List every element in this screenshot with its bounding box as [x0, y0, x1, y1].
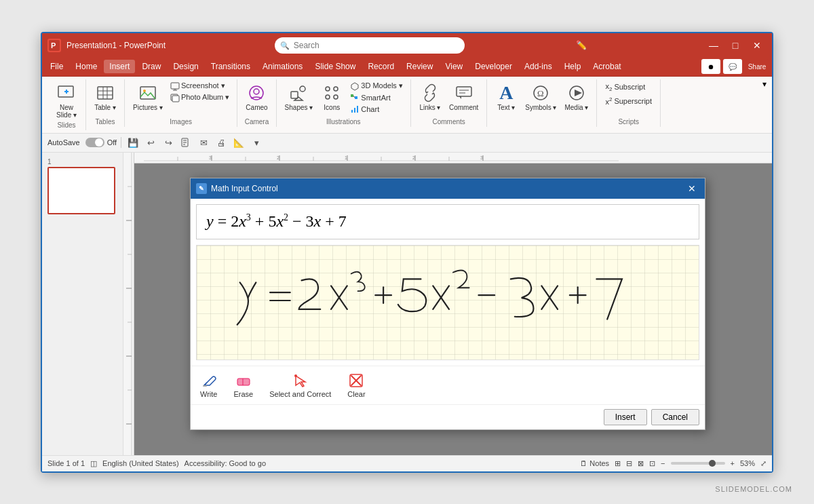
text-button[interactable]: A Text ▾ — [492, 81, 520, 113]
undo-button[interactable]: ↩ — [143, 135, 158, 150]
qa-btn-4[interactable] — [178, 135, 193, 150]
qa-btn-7[interactable]: 📐 — [231, 135, 246, 150]
menu-review[interactable]: Review — [401, 60, 438, 73]
close-button[interactable]: ✕ — [748, 37, 767, 54]
search-container: 🔍 — [275, 37, 465, 54]
menu-transitions[interactable]: Transitions — [206, 60, 256, 73]
ribbon-group-slides: NewSlide ▾ Slides — [47, 79, 86, 130]
slideshow-button[interactable]: ⊡ — [649, 459, 655, 468]
superscript-button[interactable]: x2 Superscript — [602, 95, 655, 107]
smartart-button[interactable]: SmartArt — [348, 92, 405, 103]
share-button[interactable]: Share — [745, 59, 769, 74]
handwriting-canvas[interactable] — [196, 245, 699, 360]
save-button[interactable]: 💾 — [125, 135, 140, 150]
clear-tool-icon — [348, 372, 364, 389]
cameo-button[interactable]: Cameo — [243, 81, 270, 113]
record-button[interactable]: ⏺ — [701, 59, 720, 74]
erase-tool-button[interactable]: Erase — [229, 370, 257, 400]
photo-album-button[interactable]: Photo Album ▾ — [168, 92, 231, 103]
clear-tool-button[interactable]: Clear — [343, 370, 369, 400]
normal-view-button[interactable]: ⊞ — [615, 459, 621, 468]
cancel-button[interactable]: Cancel — [651, 409, 699, 425]
screenshot-button[interactable]: Screenshot ▾ — [168, 81, 231, 92]
menu-slideshow[interactable]: Slide Show — [309, 60, 361, 73]
ribbon-group-tables-label: Tables — [96, 118, 115, 125]
zoom-plus-button[interactable]: + — [731, 459, 735, 467]
comment-ribbon-button[interactable]: Comment — [446, 81, 481, 113]
qa-btn-5[interactable]: ✉ — [196, 135, 211, 150]
menu-help[interactable]: Help — [559, 60, 587, 73]
app-logo: P — [47, 39, 61, 52]
cameo-icon — [246, 82, 267, 104]
chart-button[interactable]: Chart — [348, 104, 405, 115]
slide-editor: 3 2 1 2 3 — [123, 153, 772, 455]
svg-point-22 — [326, 87, 330, 91]
new-slide-button[interactable]: NewSlide ▾ — [53, 81, 80, 120]
svg-rect-12 — [171, 83, 179, 89]
slide-thumbnail[interactable] — [47, 167, 115, 214]
qa-customize[interactable]: ▾ — [249, 135, 264, 150]
superscript-label: Superscript — [614, 97, 652, 105]
svg-rect-32 — [357, 106, 358, 113]
zoom-slider[interactable] — [671, 462, 725, 465]
autosave-toggle[interactable] — [85, 138, 104, 147]
superscript-icon: x2 — [605, 96, 612, 106]
menu-file[interactable]: File — [45, 60, 69, 73]
language-label: English (United States) — [102, 459, 179, 467]
3d-models-button[interactable]: 3D Models ▾ — [348, 81, 405, 92]
title-bar: P Presentation1 - PowerPoint 🔍 ✏️ — □ ✕ — [42, 33, 772, 58]
svg-rect-10 — [140, 87, 155, 99]
table-button[interactable]: Table ▾ — [92, 81, 119, 113]
menu-design[interactable]: Design — [168, 60, 204, 73]
menu-home[interactable]: Home — [70, 60, 102, 73]
qa-btn-6[interactable]: 🖨 — [214, 135, 229, 150]
subscript-button[interactable]: x2 Subscript — [602, 81, 655, 94]
svg-rect-30 — [351, 110, 353, 113]
zoom-minus-button[interactable]: − — [661, 459, 665, 467]
insert-button[interactable]: Insert — [604, 409, 647, 425]
ribbon-group-comments-label: Comments — [432, 118, 465, 125]
links-button[interactable]: Links ▾ — [416, 81, 444, 113]
menu-addins[interactable]: Add-ins — [519, 60, 558, 73]
fit-slide-button[interactable]: ⤢ — [760, 459, 767, 468]
scripts-col: x2 Subscript x2 Superscript — [602, 81, 655, 107]
search-input[interactable] — [275, 37, 465, 54]
menu-animations[interactable]: Animations — [257, 60, 308, 73]
ribbon-expand[interactable]: ▾ — [762, 79, 767, 104]
menu-draw[interactable]: Draw — [136, 60, 166, 73]
ribbon-group-comments-items: Links ▾ Comment — [416, 81, 481, 117]
symbols-button[interactable]: Ω Symbols ▾ — [522, 81, 559, 113]
menu-insert[interactable]: Insert — [104, 60, 135, 73]
menu-developer[interactable]: Developer — [469, 60, 518, 73]
shapes-label: Shapes ▾ — [285, 104, 313, 111]
svg-marker-36 — [459, 96, 461, 99]
menu-view[interactable]: View — [440, 60, 468, 73]
write-tool-button[interactable]: Write — [196, 370, 221, 400]
cameo-label: Cameo — [246, 104, 267, 111]
select-correct-button[interactable]: Select and Correct — [265, 370, 335, 400]
dialog-close-button[interactable]: ✕ — [684, 181, 699, 196]
menu-acrobat[interactable]: Acrobat — [587, 60, 626, 73]
media-button[interactable]: Media ▾ — [562, 81, 591, 113]
main-area: 1 3 — [42, 153, 772, 455]
minimize-button[interactable]: — — [704, 37, 723, 54]
comment-button[interactable]: 💬 — [723, 59, 742, 74]
redo-button[interactable]: ↪ — [161, 135, 176, 150]
reading-view-button[interactable]: ⊠ — [638, 459, 644, 468]
maximize-button[interactable]: □ — [726, 37, 745, 54]
notes-button[interactable]: 🗒 Notes — [580, 459, 609, 467]
ribbon-group-scripts: x2 Subscript x2 Superscript Scripts — [597, 79, 661, 127]
pictures-button[interactable]: Pictures ▾ — [130, 81, 166, 113]
shapes-button[interactable]: Shapes ▾ — [282, 81, 316, 113]
slide-sorter-button[interactable]: ⊟ — [626, 459, 632, 468]
qa-separator-1 — [121, 137, 121, 148]
ribbon-group-images-items: Pictures ▾ Screenshot ▾ Photo Album ▾ — [130, 81, 231, 117]
svg-text:Ω: Ω — [537, 88, 544, 98]
svg-rect-5 — [98, 87, 113, 99]
svg-rect-78 — [203, 385, 207, 387]
menu-record[interactable]: Record — [362, 60, 400, 73]
images-col: Screenshot ▾ Photo Album ▾ — [168, 81, 231, 103]
chart-label: Chart — [361, 105, 379, 113]
icons-button[interactable]: Icons — [318, 81, 345, 113]
svg-rect-28 — [355, 96, 357, 99]
